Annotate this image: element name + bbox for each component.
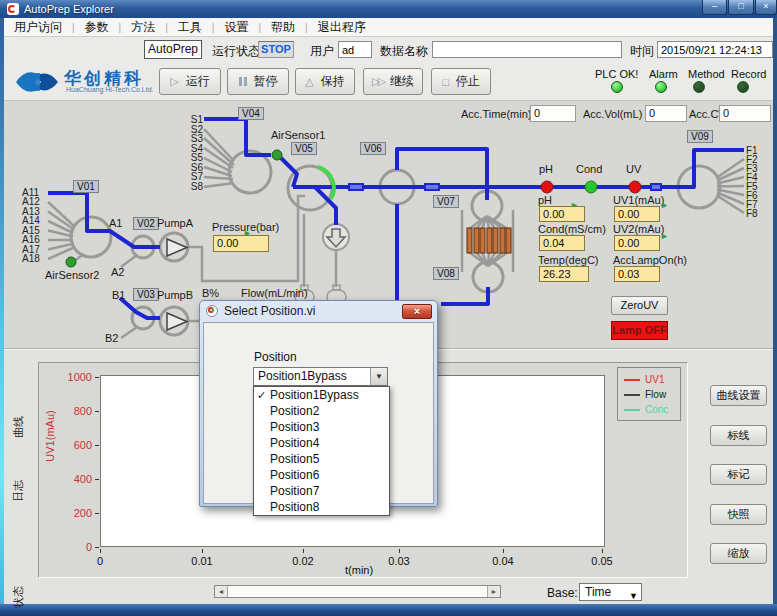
legend-conc[interactable]: Conc: [624, 402, 680, 417]
side-tab-curve[interactable]: 曲线: [11, 402, 27, 452]
stop-icon: □: [442, 76, 449, 88]
legend-flow[interactable]: Flow: [624, 387, 680, 402]
uv-sensor-dot: [629, 181, 641, 193]
valve-v02[interactable]: V02: [133, 217, 159, 230]
valve-v06[interactable]: V06: [360, 142, 386, 155]
option-position6[interactable]: Position6: [254, 467, 389, 483]
option-position3[interactable]: Position3: [254, 419, 389, 435]
menu-item-tools[interactable]: 工具: [168, 19, 212, 36]
resume-icon: ▷▷: [372, 75, 383, 88]
acc-time-label: Acc.Time(min): [461, 108, 531, 120]
dialog-title: Select Position.vi: [224, 304, 315, 318]
minimize-button[interactable]: –: [702, 0, 727, 15]
valve-v09[interactable]: V09: [687, 130, 713, 143]
legend-conc-label: Conc: [645, 404, 668, 415]
menu-item-settings[interactable]: 设置: [214, 19, 258, 36]
valve-v05[interactable]: V05: [291, 142, 317, 155]
run-icon: ▷: [170, 75, 178, 88]
scroll-right-icon[interactable]: ►: [487, 586, 500, 597]
hold-button[interactable]: △ 保持: [295, 68, 355, 95]
marker-line-button[interactable]: 标线: [710, 425, 767, 446]
option-position8[interactable]: Position8: [254, 499, 389, 515]
menu-item-user-access[interactable]: 用户访问: [4, 19, 72, 36]
curve-settings-button[interactable]: 曲线设置: [710, 385, 767, 406]
window-title: AutoPrep Explorer: [24, 3, 114, 15]
app-mode-box: AutoPrep: [144, 40, 202, 59]
record-indicator-label: Record: [731, 68, 766, 80]
position-field-label: Position: [254, 350, 297, 364]
vi-icon: [206, 305, 218, 317]
x-tick-002: 0.02: [286, 555, 320, 567]
valve-v04[interactable]: V04: [238, 107, 264, 120]
legend-uv1[interactable]: UV1: [624, 372, 680, 387]
ph-readout-value: 0.00: [539, 206, 585, 222]
flow-label: Flow(mL/min): [241, 287, 308, 299]
menu-item-exit[interactable]: 退出程序: [308, 19, 376, 36]
option-label: Position3: [270, 420, 319, 434]
valve-v01[interactable]: V01: [73, 180, 99, 193]
dataname-label: 数据名称: [380, 43, 428, 60]
dataname-input[interactable]: [432, 41, 622, 58]
maximize-button[interactable]: □: [728, 0, 754, 15]
y-tickmark: [95, 377, 99, 378]
side-tab-status[interactable]: 状态: [11, 572, 27, 616]
y-tickmark: [95, 479, 99, 480]
valve-v08[interactable]: V08: [433, 267, 459, 280]
app-window: AutoPrep Explorer – □ × 用户访问 | 参数 | 方法 |…: [0, 0, 777, 616]
uv1-readout-label: UV1(mAu): [613, 194, 664, 206]
mark-button[interactable]: 标记: [710, 464, 767, 485]
user-label: 用户: [310, 43, 334, 60]
zoom-button[interactable]: 缩放: [710, 543, 767, 564]
position-dropdown[interactable]: Position1Bypass ▼: [253, 367, 388, 386]
x-tickmark: [202, 549, 203, 553]
user-input[interactable]: [338, 41, 372, 58]
zero-uv-button[interactable]: ZeroUV: [611, 296, 668, 315]
dialog-close-button[interactable]: ×: [402, 304, 432, 319]
chart-horizontal-scrollbar[interactable]: ◄ ►: [214, 585, 501, 598]
x-tick-003: 0.03: [382, 555, 416, 567]
snapshot-button[interactable]: 快照: [710, 504, 767, 525]
option-position5[interactable]: Position5: [254, 451, 389, 467]
port-a18: A18: [22, 253, 40, 264]
valve-v03[interactable]: V03: [133, 288, 159, 301]
run-button[interactable]: ▷ 运行: [159, 68, 221, 95]
y-tick-200: 200: [58, 507, 92, 519]
menu-item-parameters[interactable]: 参数: [75, 19, 119, 36]
y-tick-0: 0: [58, 541, 92, 553]
window-border-bottom: [0, 604, 777, 616]
time-label: 时间: [630, 43, 654, 60]
resume-button[interactable]: ▷▷ 继续: [363, 68, 423, 95]
select-position-dialog: Select Position.vi × Position Position1B…: [199, 300, 438, 507]
menu-item-help[interactable]: 帮助: [261, 19, 305, 36]
option-position1bypass[interactable]: ✓ Position1Bypass: [254, 387, 389, 403]
base-dropdown[interactable]: Time ▼: [579, 583, 642, 601]
y-tick-400: 400: [58, 473, 92, 485]
x-tick-004: 0.04: [486, 555, 520, 567]
option-position2[interactable]: Position2: [254, 403, 389, 419]
legend-flow-label: Flow: [645, 389, 666, 400]
plc-indicator-label: PLC OK!: [595, 68, 638, 80]
ph-inline-label: pH: [539, 163, 553, 175]
side-tab-log[interactable]: 日志: [11, 466, 27, 516]
option-position7[interactable]: Position7: [254, 483, 389, 499]
lamp-off-button[interactable]: Lamp OFF: [611, 321, 668, 340]
option-label: Position1Bypass: [270, 388, 359, 402]
x-tickmark: [100, 549, 101, 553]
option-position4[interactable]: Position4: [254, 435, 389, 451]
record-led: [737, 81, 749, 93]
stop-button[interactable]: □ 停止: [431, 68, 491, 95]
alarm-led: [655, 81, 667, 93]
pause-button[interactable]: 暂停: [227, 68, 289, 95]
menu-item-method[interactable]: 方法: [121, 19, 165, 36]
air-sensor1-led: [272, 150, 282, 160]
uv-inline-label: UV: [626, 163, 641, 175]
scroll-left-icon[interactable]: ◄: [215, 586, 228, 597]
acclamp-readout-value: 0.03: [614, 266, 660, 282]
x-tickmark: [399, 549, 400, 553]
legend-uv1-label: UV1: [645, 374, 664, 385]
position-dropdown-value: Position1Bypass: [258, 369, 347, 383]
dialog-titlebar: Select Position.vi ×: [200, 301, 437, 321]
valve-v07[interactable]: V07: [433, 195, 459, 208]
acc-time-value: 0: [530, 105, 576, 122]
close-button[interactable]: ×: [755, 0, 777, 15]
